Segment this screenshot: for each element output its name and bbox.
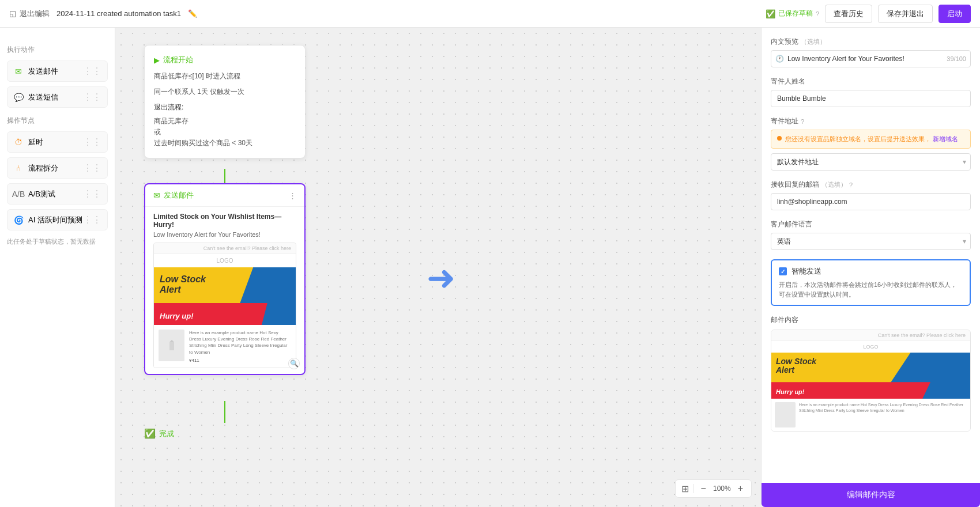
mini-product-image xyxy=(775,402,796,427)
complete-icon: ✅ xyxy=(144,428,156,439)
address-help-icon[interactable]: ? xyxy=(801,118,804,125)
email-banner-mini: Low StockAlert Hurry up! xyxy=(771,353,970,399)
email-logo: LOGO xyxy=(154,254,296,267)
ai-predict-item[interactable]: 🌀 AI 活跃时间预测 ⋮⋮ xyxy=(7,209,108,230)
flow-send-email-node[interactable]: ✉ 发送邮件 ⋮ Limited Stock on Your Wishlist … xyxy=(144,183,306,375)
send-sms-item[interactable]: 💬 发送短信 ⋮⋮ xyxy=(7,86,108,108)
banner-low-stock-text: Low StockAlert xyxy=(160,274,206,294)
ab-test-icon: A/B xyxy=(13,189,24,199)
flow-complete-node: ✅ 完成 xyxy=(144,428,174,439)
flow-split-label: 流程拆分 xyxy=(28,163,58,173)
save-exit-button[interactable]: 保存并退出 xyxy=(878,5,933,23)
flow-email-header-left: ✉ 发送邮件 xyxy=(153,190,194,200)
email-banner: Low StockAlert Hurry up! xyxy=(154,267,296,325)
flow-start-node[interactable]: ▶ 流程开始 商品低库存≤[10] 时进入流程 同一个联系人 1天 仅触发一次 … xyxy=(144,45,306,158)
zoom-icon[interactable]: 🔍 xyxy=(288,358,296,368)
saved-help-icon[interactable]: ? xyxy=(816,10,819,17)
right-panel-scroll: 内文预览 （选填） 🕐 39/100 寄件人姓名 寄件地址 ? xyxy=(762,28,980,483)
delay-left: ⏱ 延时 xyxy=(13,137,43,147)
delay-item[interactable]: ⏱ 延时 ⋮⋮ xyxy=(7,131,108,153)
flow-split-item[interactable]: ⑃ 流程拆分 ⋮⋮ xyxy=(7,157,108,179)
product-description: Here is an example product name Hot Sexy… xyxy=(189,330,291,363)
reply-email-field: 接收回复的邮箱 （选填） ? xyxy=(771,180,971,210)
warning-dot xyxy=(777,136,782,141)
canvas-area[interactable]: ▶ 流程开始 商品低库存≤[10] 时进入流程 同一个联系人 1天 仅触发一次 … xyxy=(115,28,761,507)
email-product-mini: Here is an example product name Hot Sexy… xyxy=(771,399,970,431)
sender-address-select-wrapper: 默认发件地址 ▾ xyxy=(771,153,971,171)
more-options-icon[interactable]: ⋮ xyxy=(289,191,296,200)
product-text: Here is an example product name Hot Sexy… xyxy=(189,330,291,355)
smart-send-checkbox[interactable] xyxy=(779,267,787,275)
send-email-label: 发送邮件 xyxy=(28,66,58,77)
customer-lang-select[interactable]: 英语 xyxy=(771,233,971,250)
check-circle-icon: ✅ xyxy=(766,9,775,18)
preview-link-text: Can't see the email? Please click here xyxy=(203,245,291,251)
exit-cond2: 或 xyxy=(154,127,296,138)
connector-line-2 xyxy=(224,401,225,423)
history-button[interactable]: 查看历史 xyxy=(825,5,872,23)
email-preview-box: Can't see the email? Please click here L… xyxy=(153,243,296,368)
sender-address-select[interactable]: 默认发件地址 xyxy=(771,153,971,171)
arrow-right-icon: ➜ xyxy=(427,261,455,296)
saved-label: 已保存草稿 xyxy=(778,9,813,18)
back-label: 退出编辑 xyxy=(20,9,50,19)
exit-title: 退出流程: xyxy=(154,102,296,113)
send-email-node-label: 发送邮件 xyxy=(164,190,194,200)
email-content-preview: Can't see the email? Please click here L… xyxy=(771,330,971,432)
drag-handle-icon: ⋮⋮ xyxy=(83,92,101,103)
launch-button[interactable]: 启动 xyxy=(938,5,971,23)
email-preview-content: Limited Stock on Your Wishlist Items—Hur… xyxy=(145,207,304,374)
sender-name-field: 寄件人姓名 xyxy=(771,77,971,107)
delay-label: 延时 xyxy=(28,137,43,147)
page-icon[interactable]: ⊞ xyxy=(681,483,689,494)
banner-hurry-text: Hurry up! xyxy=(160,312,194,320)
topbar: ◱ 退出编辑 2024-11-11 created automation tas… xyxy=(0,0,980,28)
product-price: ¥411 xyxy=(189,358,291,363)
zoom-in-button[interactable]: + xyxy=(736,482,745,495)
canvas-inner: ▶ 流程开始 商品低库存≤[10] 时进入流程 同一个联系人 1天 仅触发一次 … xyxy=(115,28,761,507)
preview-input[interactable] xyxy=(771,50,971,67)
flow-split-icon: ⑃ xyxy=(13,163,24,173)
exec-actions-title: 执行动作 xyxy=(7,45,108,55)
exit-cond1: 商品无库存 xyxy=(154,116,296,127)
preview-count: 39/100 xyxy=(947,55,966,62)
ab-test-label: A/B测试 xyxy=(28,189,55,199)
edit-icon[interactable]: ✏️ xyxy=(188,9,197,18)
add-domain-link[interactable]: 新增域名 xyxy=(933,135,958,142)
back-button[interactable]: ◱ 退出编辑 xyxy=(9,9,50,19)
drag-handle-icon: ⋮⋮ xyxy=(83,214,101,225)
customer-lang-field: 客户邮件语言 英语 ▾ xyxy=(771,220,971,250)
reply-email-label: 接收回复的邮箱 （选填） ? xyxy=(771,180,971,190)
flow-email-header: ✉ 发送邮件 ⋮ xyxy=(145,184,304,207)
reply-email-input[interactable] xyxy=(771,193,971,210)
email-preview-topbar: Can't see the email? Please click here xyxy=(154,243,296,254)
operation-nodes-title: 操作节点 xyxy=(7,116,108,126)
drag-handle-icon: ⋮⋮ xyxy=(83,137,101,147)
preview-label: 内文预览 （选填） xyxy=(771,37,971,47)
zoom-out-button[interactable]: − xyxy=(699,482,708,495)
email-subject: Limited Stock on Your Wishlist Items—Hur… xyxy=(153,213,296,229)
sender-address-label: 寄件地址 ? xyxy=(771,116,971,126)
send-email-icon: ✉ xyxy=(13,66,24,77)
sender-address-field: 寄件地址 ? 您还没有设置品牌独立域名，设置后提升送达效果， 新增域名 默认发件… xyxy=(771,116,971,171)
send-email-item[interactable]: ✉ 发送邮件 ⋮⋮ xyxy=(7,60,108,82)
smart-send-label: 智能发送 xyxy=(791,266,821,277)
flow-split-left: ⑃ 流程拆分 xyxy=(13,163,58,173)
customer-lang-label: 客户邮件语言 xyxy=(771,220,971,229)
send-sms-left: 💬 发送短信 xyxy=(13,92,58,103)
sender-name-input[interactable] xyxy=(771,90,971,107)
left-sidebar: 执行动作 ✉ 发送邮件 ⋮⋮ 💬 发送短信 ⋮⋮ 操作节点 ⏱ 延时 ⋮⋮ xyxy=(0,28,115,507)
complete-label: 完成 xyxy=(159,429,174,439)
drag-handle-icon: ⋮⋮ xyxy=(83,162,101,173)
smart-send-box: 智能发送 开启后，本次活动邮件将会跳过前16小时收到过邮件的联系人，可在设置中设… xyxy=(771,259,971,306)
topbar-left: ◱ 退出编辑 2024-11-11 created automation tas… xyxy=(9,9,197,19)
topbar-right: ✅ 已保存草稿 ? 查看历史 保存并退出 启动 xyxy=(766,5,971,23)
exit-cond3: 过去时间购买过这个商品 < 30天 xyxy=(154,138,296,149)
saved-status: ✅ 已保存草稿 ? xyxy=(766,9,819,18)
ab-test-item[interactable]: A/B A/B测试 ⋮⋮ xyxy=(7,183,108,205)
email-subline: Low Inventory Alert for Your Favorites! xyxy=(153,231,296,238)
edit-email-button[interactable]: 编辑邮件内容 xyxy=(762,483,980,507)
flow-start-header: ▶ 流程开始 xyxy=(154,55,296,65)
reply-email-help-icon[interactable]: ? xyxy=(849,181,853,188)
mini-banner-hurry: Hurry up! xyxy=(776,388,805,395)
